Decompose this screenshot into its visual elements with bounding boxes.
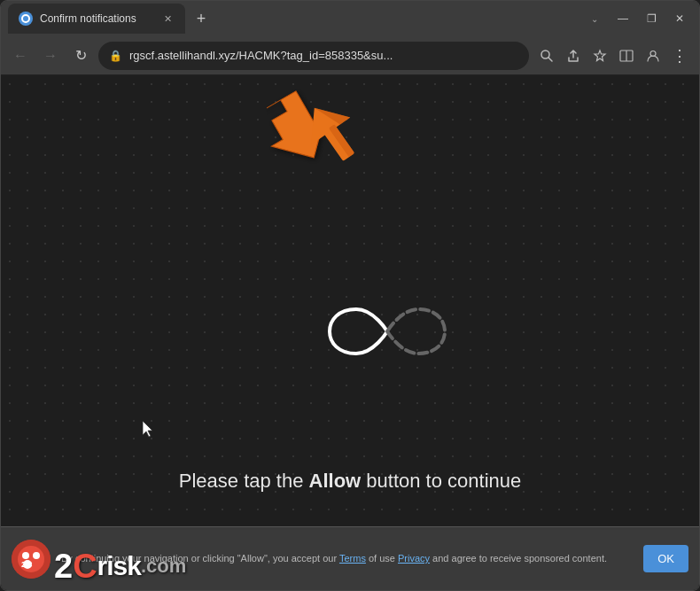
lock-icon: 🔒 <box>109 50 122 62</box>
active-tab[interactable]: Confirm notifications ✕ <box>8 4 185 34</box>
tab-close-button[interactable]: ✕ <box>160 12 175 26</box>
cursor-icon <box>143 421 155 439</box>
mouse-cursor <box>143 421 153 437</box>
notification-logo: 2 C <box>12 540 51 579</box>
notification-text: By continuing your navigation or clickin… <box>61 551 633 566</box>
svg-point-13 <box>22 552 29 559</box>
page-content: Please tap the Allow button to continue … <box>1 75 699 590</box>
address-input[interactable]: 🔒 rgscf.astellihandl.xyz/HACMK?tag_id=85… <box>98 42 529 70</box>
notif-terms-link[interactable]: Terms <box>339 553 366 564</box>
reload-button[interactable]: ↻ <box>68 43 93 68</box>
svg-text:C: C <box>27 560 33 569</box>
favicon-circle <box>21 14 30 23</box>
back-button[interactable]: ← <box>8 43 33 68</box>
minimize-button[interactable]: — <box>611 6 635 31</box>
title-bar: Confirm notifications ✕ + ⌄ — ❐ ✕ <box>1 1 699 36</box>
address-actions: ⋮ <box>534 43 692 68</box>
tab-area: Confirm notifications ✕ + <box>8 4 582 34</box>
search-icon <box>540 49 554 63</box>
search-icon-button[interactable] <box>534 43 559 68</box>
menu-button[interactable]: ⋮ <box>667 43 692 68</box>
svg-point-14 <box>33 552 40 559</box>
logo-svg: 2 C <box>12 540 51 579</box>
svg-marker-18 <box>143 421 152 437</box>
profile-button[interactable] <box>641 43 665 68</box>
orange-arrow-icon <box>293 93 373 177</box>
share-icon <box>566 49 580 63</box>
notif-text-end: and agree to receive sponsored content. <box>430 553 607 564</box>
main-instruction-text: Please tap the Allow button to continue <box>1 470 699 493</box>
window-controls: ⌄ — ❐ ✕ <box>582 6 692 31</box>
loader-container <box>325 300 449 366</box>
url-text: rgscf.astellihandl.xyz/HACMK?tag_id=8583… <box>129 49 518 62</box>
notif-privacy-link[interactable]: Privacy <box>398 553 430 564</box>
notification-bar: 2 C By continuing your navigation or cli… <box>1 526 699 590</box>
chevron-button[interactable]: ⌄ <box>582 6 607 31</box>
new-tab-button[interactable]: + <box>189 6 214 31</box>
split-view-icon <box>619 49 634 63</box>
svg-text:2: 2 <box>21 560 26 569</box>
main-text-allow: Allow <box>309 470 362 492</box>
bookmark-icon-button[interactable] <box>587 43 612 68</box>
svg-line-1 <box>548 58 552 61</box>
infinity-symbol <box>325 300 449 362</box>
browser-window: Confirm notifications ✕ + ⌄ — ❐ ✕ ← → ↻ … <box>0 0 700 591</box>
tab-favicon <box>19 12 33 26</box>
svg-marker-2 <box>595 51 605 61</box>
maximize-button[interactable]: ❐ <box>639 6 664 31</box>
split-view-button[interactable] <box>614 43 639 68</box>
bookmark-star-icon <box>593 49 607 63</box>
tab-title: Confirm notifications <box>40 12 153 25</box>
main-text-before: Please tap the <box>179 470 309 492</box>
notif-text-before: By continuing your navigation or clickin… <box>61 553 339 564</box>
main-text-after: button to continue <box>361 470 521 492</box>
ok-button[interactable]: OK <box>643 545 688 572</box>
share-icon-button[interactable] <box>561 43 586 68</box>
notif-text-middle: of use <box>366 553 398 564</box>
address-bar: ← → ↻ 🔒 rgscf.astellihandl.xyz/HACMK?tag… <box>1 36 699 75</box>
forward-button[interactable]: → <box>38 43 63 68</box>
arrow-overlay <box>293 93 373 181</box>
close-button[interactable]: ✕ <box>667 6 692 31</box>
profile-icon <box>646 49 660 63</box>
